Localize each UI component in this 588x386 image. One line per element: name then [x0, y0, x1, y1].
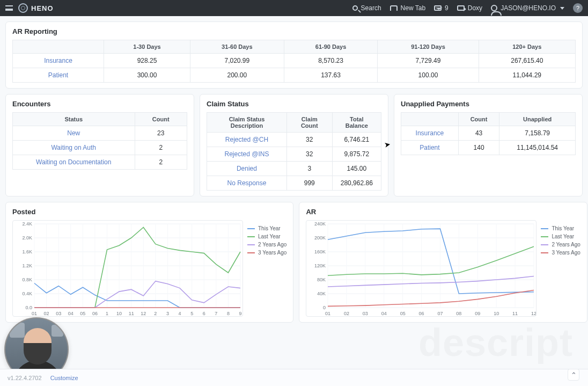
nav-mail[interactable]: 9	[434, 4, 449, 12]
panel-claim-status: Claim Status Claim Status DescriptionCla…	[200, 94, 388, 196]
nav-doxy[interactable]: Doxy	[457, 4, 482, 12]
legend-item: 3 Years Ago	[541, 250, 580, 256]
svg-text:40K: 40K	[317, 291, 326, 296]
scroll-top-button[interactable]: ⌃	[568, 369, 579, 381]
nav-search-label: Search	[361, 4, 381, 12]
svg-text:07: 07	[438, 311, 443, 316]
row-label-cell: No Response	[207, 176, 287, 191]
data-cell: 9,875.72	[332, 147, 381, 162]
svg-text:4: 4	[179, 311, 181, 316]
row-link[interactable]: Patient	[48, 71, 68, 79]
legend-label: Last Year	[552, 234, 574, 239]
svg-text:10: 10	[494, 311, 499, 316]
col-header	[13, 40, 104, 54]
svg-text:80K: 80K	[317, 277, 326, 282]
svg-text:2: 2	[154, 311, 157, 316]
col-header: 1-30 Days	[104, 40, 190, 54]
table-row: Rejected @INS329,875.72	[207, 147, 381, 162]
row-link[interactable]: Patient	[420, 144, 439, 151]
svg-text:12: 12	[141, 311, 146, 316]
data-cell: 100.00	[378, 68, 479, 83]
brand-logo[interactable]: HENO	[18, 3, 54, 13]
help-icon[interactable]: ?	[573, 3, 583, 13]
data-cell: 6,746.21	[332, 133, 381, 147]
svg-text:0: 0	[323, 305, 326, 310]
col-header: Status	[13, 113, 135, 126]
data-cell: 7,020.99	[190, 54, 284, 68]
row-link[interactable]: Denied	[237, 165, 257, 172]
legend-swatch	[541, 252, 548, 253]
legend-label: 2 Years Ago	[552, 242, 580, 247]
data-cell: 8,570.23	[284, 54, 378, 68]
nav-search[interactable]: Search	[352, 4, 381, 12]
menu-icon[interactable]	[5, 5, 13, 11]
svg-text:160K: 160K	[314, 249, 326, 254]
customize-link[interactable]: Customize	[50, 375, 78, 381]
panel-unapplied-payments: Unapplied Payments CountUnapplied Insura…	[394, 94, 583, 196]
svg-text:8: 8	[227, 311, 230, 316]
col-header: 91-120 Days	[378, 40, 479, 54]
row-link[interactable]: Rejected @INS	[225, 150, 269, 158]
data-cell: 43	[458, 126, 499, 141]
legend-item: Last Year	[541, 234, 580, 239]
svg-text:04: 04	[381, 311, 387, 316]
panel-title: Posted	[12, 208, 286, 216]
svg-text:200K: 200K	[314, 235, 326, 241]
nav-mail-count: 9	[445, 4, 449, 12]
data-cell: 2	[135, 155, 187, 170]
row-label-cell: Rejected @INS	[207, 147, 287, 162]
data-cell: 267,615.40	[479, 54, 575, 68]
svg-text:1: 1	[106, 311, 108, 316]
row-link[interactable]: Insurance	[416, 129, 444, 137]
legend-swatch	[247, 236, 255, 237]
nav-user[interactable]: JASON@HENO.IO	[491, 4, 564, 12]
legend-label: This Year	[552, 225, 574, 231]
col-header: 61-90 Days	[284, 40, 378, 54]
legend-item: 2 Years Ago	[247, 242, 286, 247]
camera-icon	[457, 5, 465, 11]
svg-text:9: 9	[239, 311, 241, 316]
row-label-cell: Insurance	[13, 54, 104, 68]
svg-text:05: 05	[80, 311, 85, 316]
legend-label: 2 Years Ago	[258, 242, 286, 247]
legend-swatch	[247, 244, 255, 245]
svg-text:120K: 120K	[314, 263, 326, 268]
brand-icon	[18, 3, 28, 13]
row-link[interactable]: Waiting on Documentation	[36, 158, 111, 166]
svg-text:3: 3	[166, 311, 169, 316]
ar-reporting-table: 1-30 Days31-60 Days61-90 Days91-120 Days…	[12, 40, 576, 83]
row-link[interactable]: Insurance	[44, 57, 72, 64]
panel-title: AR	[306, 208, 580, 216]
svg-text:05: 05	[400, 311, 406, 316]
brand-text: HENO	[31, 4, 54, 12]
legend-swatch	[541, 244, 548, 245]
svg-text:12: 12	[531, 311, 536, 316]
data-cell: 300.00	[104, 68, 190, 83]
legend-swatch	[247, 252, 255, 253]
data-cell: 7,729.49	[378, 54, 479, 68]
svg-text:06: 06	[92, 311, 98, 316]
svg-text:0.4K: 0.4K	[22, 291, 32, 296]
panel-title: AR Reporting	[12, 27, 576, 35]
data-cell: 137.63	[284, 68, 378, 83]
table-row: Insurance928.257,020.998,570.237,729.492…	[13, 54, 576, 68]
nav-new-tab[interactable]: New Tab	[390, 4, 425, 12]
svg-text:6: 6	[203, 311, 205, 316]
svg-text:11: 11	[512, 311, 518, 316]
col-header: Claim Status Description	[207, 113, 287, 133]
data-cell: 928.25	[104, 54, 190, 68]
row-link[interactable]: New	[67, 129, 80, 137]
table-row: Rejected @CH326,746.21	[207, 133, 381, 147]
data-cell: 200.00	[190, 68, 284, 83]
legend-swatch	[247, 228, 255, 229]
top-nav: HENO Search New Tab 9 Doxy JASON@HE	[0, 0, 588, 16]
row-link[interactable]: Waiting on Auth	[51, 144, 96, 151]
data-cell: 32	[286, 147, 332, 162]
row-label-cell: Rejected @CH	[207, 133, 287, 147]
panel-encounters: Encounters StatusCount New23Waiting on A…	[5, 94, 194, 196]
row-link[interactable]: Rejected @CH	[225, 136, 268, 143]
row-link[interactable]: No Response	[227, 179, 267, 187]
legend-label: This Year	[258, 225, 281, 231]
col-header: 31-60 Days	[190, 40, 284, 54]
ar-chart: 040K80K120K160K200K240K01020304050607080…	[306, 220, 536, 317]
